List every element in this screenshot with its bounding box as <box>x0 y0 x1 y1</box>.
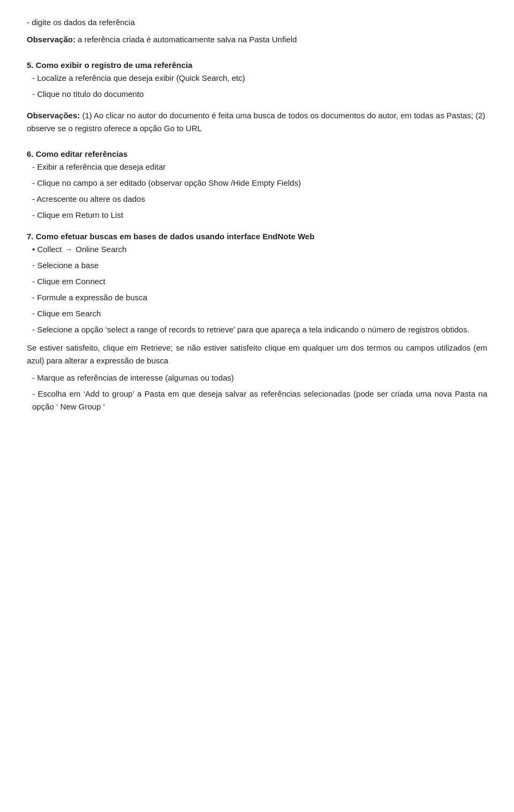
section-7-title: 7. Como efetuar buscas em bases de dados… <box>27 230 487 243</box>
section-7-item-3: - Clique em Search <box>32 307 487 320</box>
obs2-label: Observações: <box>27 111 80 120</box>
observation-2: Observações: (1) Ao clicar no autor do d… <box>27 109 487 135</box>
section-7-item-0: - Selecione a base <box>32 259 487 272</box>
obs1-text: a referência criada é automaticamente sa… <box>75 35 297 44</box>
section-6-item-1: - Clique no campo a ser editado (observa… <box>32 177 487 189</box>
section-6-title: 6. Como editar referências <box>27 148 487 161</box>
section-6-items: - Exibir a referência que deseja editar … <box>32 161 487 222</box>
section-7-item2-1: - Escolha em ‘Add to group’ a Pasta em q… <box>32 388 487 413</box>
section-7-item-1: - Clique em Connect <box>32 275 487 288</box>
section-7-item2-0: - Marque as referências de interesse (al… <box>32 371 487 384</box>
line-digits-text: - digite os dados da referência <box>27 18 135 27</box>
online-search-label: Online Search <box>75 243 126 256</box>
line-digits: - digite os dados da referência <box>27 16 487 29</box>
section-7-items: - Selecione a base - Clique em Connect -… <box>32 259 487 336</box>
section-7-para1: Se estiver satisfeito, clique em Retriev… <box>27 342 487 367</box>
obs2-text: (1) Ao clicar no autor do documento é fe… <box>27 111 485 133</box>
section-7-item-2: - Formule a expressão de busca <box>32 291 487 304</box>
arrow-icon: → <box>65 244 72 255</box>
section-6-item-0: - Exibir a referência que deseja editar <box>32 161 487 173</box>
page-content: - digite os dados da referência Observaç… <box>27 16 487 413</box>
section-6-item-3: - Clique em Return to List <box>32 209 487 222</box>
section-6: 6. Como editar referências - Exibir a re… <box>27 148 487 222</box>
section-7-item-4: - Selecione a opção ‘select a range of r… <box>32 323 487 336</box>
section-5-title: 5. Como exibir o registro de uma referên… <box>27 59 487 72</box>
section-7-para1-text: Se estiver satisfeito, clique em Retriev… <box>27 343 487 365</box>
new-group-label: New Group <box>61 402 101 411</box>
section-7-bullet-line: • Collect → Online Search <box>32 243 487 256</box>
section-5-item-1: - Clique no título do documento <box>32 88 487 101</box>
obs1-label: Observação: <box>27 35 75 44</box>
bullet-collect: • Collect <box>32 243 62 256</box>
section-5-item-0: - Localize a referência que deseja exibi… <box>32 72 487 85</box>
section-7-items2: - Marque as referências de interesse (al… <box>32 371 487 413</box>
section-7: 7. Como efetuar buscas em bases de dados… <box>27 230 487 413</box>
observation-1: Observação: a referência criada é automa… <box>27 33 487 46</box>
section-5-items: - Localize a referência que deseja exibi… <box>32 72 487 101</box>
section-5: 5. Como exibir o registro de uma referên… <box>27 59 487 101</box>
section-6-item-2: - Acrescente ou altere os dados <box>32 193 487 206</box>
